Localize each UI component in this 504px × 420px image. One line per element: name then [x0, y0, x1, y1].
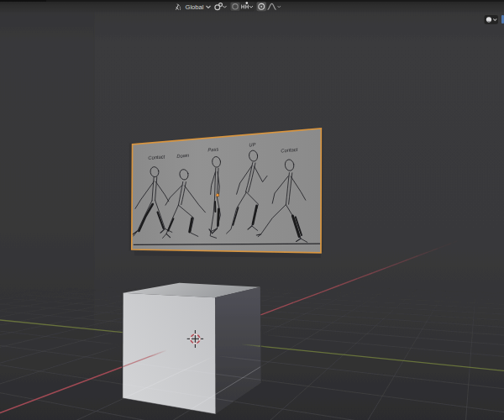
svg-text:UP: UP — [249, 142, 256, 148]
svg-text:Global: Global — [186, 3, 204, 11]
svg-text:Pass: Pass — [207, 146, 218, 152]
